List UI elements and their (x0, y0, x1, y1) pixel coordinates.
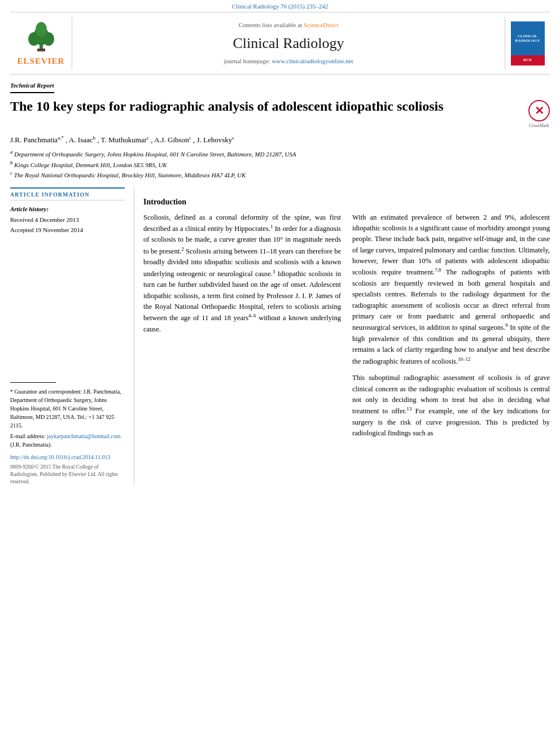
footnote-star: * Guarantor and correspondent: J.R. Panc… (10, 387, 125, 430)
article-info-box: ARTICLE INFORMATION Article history: Rec… (10, 187, 125, 235)
elsevier-tree-icon (21, 19, 61, 53)
footnote-email-line: E-mail address: jaykarpanchmatia@hotmail… (10, 432, 125, 449)
affiliation-c: c The Royal National Orthopaedic Hospita… (10, 169, 550, 180)
body-columns: Scoliosis, defined as a coronal deformit… (143, 212, 550, 445)
authors-line: J.R. Panchmatiaa,* , A. Isaacb , T. Muth… (10, 134, 550, 146)
svg-point-4 (36, 22, 47, 37)
email-address[interactable]: jaykarpanchmatia@hotmail.com (47, 433, 121, 439)
svg-rect-5 (37, 49, 45, 51)
author4-sup: c (189, 135, 191, 141)
footnotes-section: * Guarantor and correspondent: J.R. Panc… (10, 382, 125, 486)
author1: J.R. Panchmatia (10, 136, 58, 144)
rad-logo-text: CLINICALRADIOLOGY (515, 34, 540, 43)
author2: , A. Isaac (65, 136, 93, 144)
article-title: The 10 key steps for radiographic analys… (10, 98, 519, 115)
journal-main-title: Clinical Radiology (233, 33, 344, 54)
affiliation-b: b Kings College Hospital, Denmark Hill, … (10, 159, 550, 169)
elsevier-name-text: ELSEVIER (18, 55, 65, 67)
article-info-header: ARTICLE INFORMATION (10, 189, 125, 200)
body-col-right: With an estimated prevalence of between … (352, 212, 550, 445)
article-body: Technical Report The 10 key steps for ra… (0, 80, 560, 486)
journal-title-center: Contents lists available at ScienceDirec… (72, 17, 505, 69)
journal-ref-text: Clinical Radiology 70 (2015) 235–242 (232, 3, 328, 10)
copyright-text: 0009-9260/© 2015 The Royal College of Ra… (10, 464, 125, 486)
elsevier-logo: ELSEVIER (10, 17, 72, 69)
article-history-label: Article history: (10, 205, 125, 213)
crossmark-label: CrossMark (528, 123, 550, 129)
crossmark-icon: ✕ (535, 105, 544, 116)
journal-header: ELSEVIER Contents lists available at Sci… (10, 12, 550, 75)
crossmark-circle: ✕ (528, 100, 550, 121)
author5-sup: c (232, 135, 234, 141)
affiliation-a: a Department of Orthopaedic Surgery, Joh… (10, 148, 550, 159)
journal-reference-bar: Clinical Radiology 70 (2015) 235–242 (0, 0, 560, 12)
email-label: E-mail address: (10, 433, 45, 439)
crossmark-badge[interactable]: ✕ CrossMark (528, 100, 550, 129)
author3-sup: c (147, 135, 149, 141)
rad-logo-sub: RCR (511, 55, 545, 65)
sciencedirect-link[interactable]: ScienceDirect (304, 21, 339, 28)
author3: , T. Muthukumar (97, 136, 147, 144)
intro-para3: This suboptimal radiographic assessment … (352, 373, 550, 439)
author5: , J. Lehovsky (193, 136, 232, 144)
author2-sup: b (93, 135, 96, 141)
author1-sup: a,* (58, 135, 64, 141)
two-column-layout: ARTICLE INFORMATION Article history: Rec… (10, 187, 550, 486)
affiliations-section: a Department of Orthopaedic Surgery, Joh… (10, 148, 550, 179)
article-info-divider (10, 200, 125, 200)
rad-logo-box: CLINICALRADIOLOGY (511, 21, 545, 55)
author4: , A.J. Gibson (151, 136, 189, 144)
rad-logo-sub-text: RCR (523, 58, 532, 63)
intro-para1: Scoliosis, defined as a coronal deformit… (143, 212, 341, 335)
introduction-heading: Introduction (143, 196, 550, 208)
right-column: Introduction Scoliosis, defined as a cor… (134, 187, 550, 486)
email-author: (J.R. Panchmatia). (10, 442, 52, 448)
left-column: ARTICLE INFORMATION Article history: Rec… (10, 187, 134, 486)
article-title-row: The 10 key steps for radiographic analys… (10, 98, 550, 129)
radiology-logo: CLINICALRADIOLOGY RCR (505, 17, 550, 69)
footnote-divider (10, 382, 56, 383)
doi-link[interactable]: http://dx.doi.org/10.1016/j.crad.2014.11… (10, 453, 125, 461)
article-received: Received 4 December 2013 Accepted 19 Nov… (10, 215, 125, 235)
journal-homepage: journal homepage: www.clinicalradiologyo… (224, 57, 353, 65)
intro-para2: With an estimated prevalence of between … (352, 212, 550, 368)
contents-line: Contents lists available at ScienceDirec… (238, 21, 338, 29)
body-col-left: Scoliosis, defined as a coronal deformit… (143, 212, 341, 445)
journal-homepage-link[interactable]: www.clinicalradiologyonline.net (272, 58, 353, 64)
section-type-label: Technical Report (10, 81, 54, 93)
